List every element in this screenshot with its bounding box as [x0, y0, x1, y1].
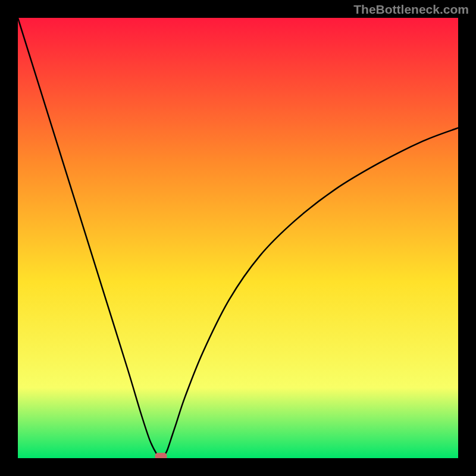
- plot-area: [18, 18, 458, 458]
- chart-frame: TheBottleneck.com: [0, 0, 476, 476]
- optimal-marker: [155, 453, 167, 458]
- chart-svg: [18, 18, 458, 458]
- watermark-text: TheBottleneck.com: [353, 2, 469, 17]
- gradient-background: [18, 18, 458, 458]
